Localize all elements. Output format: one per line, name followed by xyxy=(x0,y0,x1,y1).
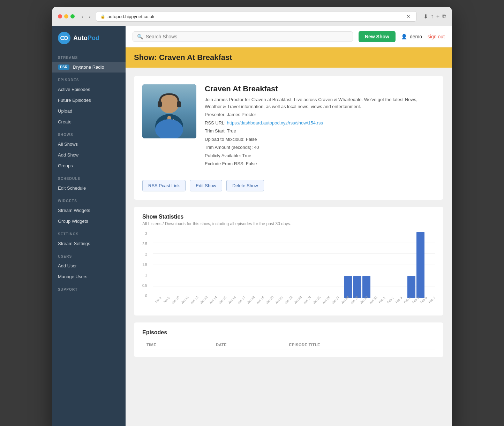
sidebar-item-manage-users[interactable]: Manage Users xyxy=(52,271,126,282)
sidebar-item-all-shows[interactable]: All Shows xyxy=(52,139,126,150)
sidebar-item-groups[interactable]: Groups xyxy=(52,160,126,171)
sidebar-item-edit-schedule[interactable]: Edit Schedule xyxy=(52,183,126,193)
signout-button[interactable]: sign out xyxy=(428,34,445,39)
episodes-title: Episodes xyxy=(142,329,435,336)
sidebar-item-label: Stream Widgets xyxy=(58,208,90,213)
svg-rect-5 xyxy=(158,101,162,107)
back-button[interactable]: ‹ xyxy=(80,13,85,20)
sidebar-item-add-user[interactable]: Add User xyxy=(52,260,126,271)
tabs-icon[interactable]: ⧉ xyxy=(442,13,446,20)
show-exclude-rss: Exclude From RSS: False xyxy=(205,160,435,167)
maximize-button[interactable] xyxy=(70,14,75,18)
new-tab-icon[interactable]: + xyxy=(436,13,439,20)
col-time: TIME xyxy=(142,340,212,350)
col-date: DATE xyxy=(212,340,285,350)
show-detail-card: Craven At Breakfast Join James Proctor f… xyxy=(134,76,443,200)
sidebar-item-label: Stream Settings xyxy=(58,241,90,246)
sidebar-item-drystone-radio[interactable]: DSR Drystone Radio xyxy=(52,62,126,73)
sidebar-item-active-episodes[interactable]: Active Episodes xyxy=(52,84,126,95)
stats-subtitle: All Listens / Downloads for this show, i… xyxy=(142,221,435,226)
edit-show-button[interactable]: Edit Show xyxy=(190,180,222,191)
delete-show-button[interactable]: Delete Show xyxy=(226,180,264,191)
close-tab-button[interactable]: ✕ xyxy=(405,13,412,20)
user-icon: 👤 xyxy=(401,34,407,39)
section-label-support: SUPPORT xyxy=(52,282,126,294)
url-text: autopod.hippynet.co.uk xyxy=(107,14,154,19)
close-button[interactable] xyxy=(58,14,62,18)
svg-rect-6 xyxy=(177,101,181,107)
browser-titlebar: ‹ › 🔒 autopod.hippynet.co.uk ✕ ⬇ ↑ + ⧉ xyxy=(52,7,452,26)
episodes-table: TIME DATE EPISODE TITLE xyxy=(142,340,435,350)
show-publicly-available: Publicly Available: True xyxy=(205,152,435,159)
show-info-row: Craven At Breakfast Join James Proctor f… xyxy=(142,84,435,169)
search-input[interactable] xyxy=(146,34,348,39)
sidebar-item-create[interactable]: Create xyxy=(52,116,126,127)
sidebar: AutoPod STREAMS DSR Drystone Radio EPISO… xyxy=(52,26,126,426)
sidebar-item-future-episodes[interactable]: Future Episodes xyxy=(52,95,126,106)
security-icon: 🔒 xyxy=(100,14,105,19)
sidebar-item-label: Groups xyxy=(58,163,73,168)
traffic-lights xyxy=(58,14,75,18)
address-bar[interactable]: 🔒 autopod.hippynet.co.uk ✕ xyxy=(96,11,416,22)
new-show-button[interactable]: New Show xyxy=(359,31,396,42)
browser-actions: ⬇ ↑ + ⧉ xyxy=(423,13,446,20)
bars-container xyxy=(155,232,434,298)
browser-controls: ‹ › xyxy=(80,13,92,20)
show-upload-mixcloud: Upload to Mixcloud: False xyxy=(205,136,435,143)
rss-pcast-link-button[interactable]: RSS Pcast Link xyxy=(142,180,186,191)
sidebar-item-label: Future Episodes xyxy=(58,98,91,103)
show-actions: RSS Pcast Link Edit Show Delete Show xyxy=(142,177,435,191)
sidebar-item-label: Edit Schedule xyxy=(58,185,86,191)
logo-text: AutoPod xyxy=(73,35,99,42)
browser-window: ‹ › 🔒 autopod.hippynet.co.uk ✕ ⬇ ↑ + ⧉ xyxy=(52,7,452,426)
show-description: Join James Proctor for Craven at Breakfa… xyxy=(205,96,435,110)
show-trim-start: Trim Start: True xyxy=(205,128,435,135)
y-label-3: 3 xyxy=(145,232,147,236)
section-label-schedule: SCHEDULE xyxy=(52,171,126,183)
y-label-2: 2 xyxy=(145,252,147,256)
y-label-05: 0.5 xyxy=(142,284,147,288)
user-name: demo xyxy=(410,34,422,39)
sidebar-item-label: Manage Users xyxy=(58,274,88,279)
logo-icon xyxy=(58,32,70,44)
forward-button[interactable]: › xyxy=(88,13,92,20)
stats-card: Show Statistics All Listens / Downloads … xyxy=(134,207,443,315)
chart-inner xyxy=(153,232,435,298)
logo: AutoPod xyxy=(52,26,126,50)
y-label-25: 2.5 xyxy=(142,242,147,246)
show-title: Craven At Breakfast xyxy=(205,84,435,93)
sidebar-item-label: Create xyxy=(58,119,72,124)
sidebar-item-label: Add Show xyxy=(58,152,78,158)
share-icon[interactable]: ↑ xyxy=(431,13,434,20)
col-title: EPISODE TITLE xyxy=(285,340,435,350)
search-icon: 🔍 xyxy=(137,34,143,39)
sidebar-item-upload[interactable]: Upload xyxy=(52,106,126,116)
download-icon[interactable]: ⬇ xyxy=(423,13,428,20)
svg-point-1 xyxy=(64,36,68,40)
show-meta: Craven At Breakfast Join James Proctor f… xyxy=(205,84,435,169)
sidebar-item-add-show[interactable]: Add Show xyxy=(52,150,126,160)
section-label-users: USERS xyxy=(52,249,126,260)
sidebar-item-label: Active Episodes xyxy=(58,87,90,92)
show-presenter: Presenter: James Proctor xyxy=(205,111,435,118)
sidebar-item-label: All Shows xyxy=(58,142,78,147)
svg-point-0 xyxy=(61,36,64,40)
sidebar-item-label: Upload xyxy=(58,108,72,114)
section-label-settings: SETTINGS xyxy=(52,227,126,238)
sidebar-item-label: Group Widgets xyxy=(58,219,88,224)
section-label-shows: SHOWS xyxy=(52,127,126,139)
app-layout: AutoPod STREAMS DSR Drystone Radio EPISO… xyxy=(52,26,452,426)
x-labels-container: Jan 8Jan 9Jan 10Jan 11Jan 12Jan 13Jan 14… xyxy=(153,298,435,309)
sidebar-item-stream-widgets[interactable]: Stream Widgets xyxy=(52,205,126,216)
page-header: Show: Craven At Breakfast xyxy=(126,47,452,68)
y-label-0: 0 xyxy=(145,294,147,298)
sidebar-item-group-widgets[interactable]: Group Widgets xyxy=(52,216,126,227)
stream-badge: DSR xyxy=(58,64,69,70)
page-title: Show: Craven At Breakfast xyxy=(134,53,443,62)
rss-link[interactable]: https://dashboard.autopod.xyz/rss/show/1… xyxy=(227,120,323,125)
sidebar-item-stream-settings[interactable]: Stream Settings xyxy=(52,238,126,249)
minimize-button[interactable] xyxy=(64,14,68,18)
show-rss-url: RSS URL: https://dashboard.autopod.xyz/r… xyxy=(205,120,435,127)
chart-area: 3 2.5 2 1.5 1 0.5 0 xyxy=(153,232,435,309)
bar xyxy=(407,276,415,298)
